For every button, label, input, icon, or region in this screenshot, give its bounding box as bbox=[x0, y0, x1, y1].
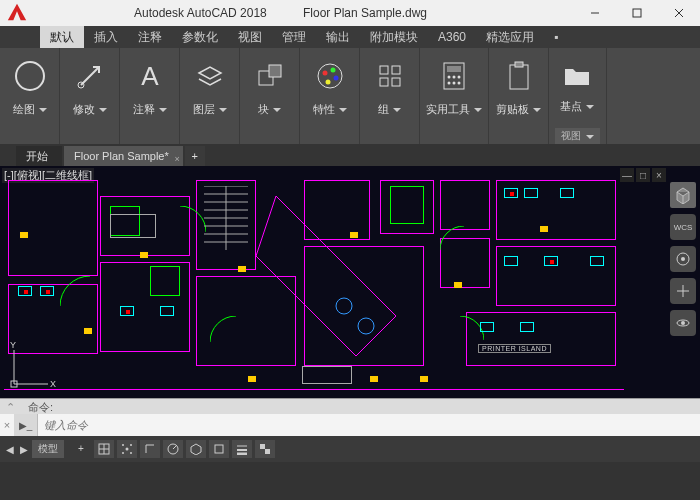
chevron-down-icon bbox=[159, 108, 167, 112]
command-input[interactable] bbox=[38, 419, 700, 431]
pan-icon[interactable] bbox=[670, 278, 696, 304]
tab-start[interactable]: 开始 bbox=[16, 146, 62, 166]
svg-rect-16 bbox=[380, 78, 388, 86]
svg-rect-8 bbox=[269, 65, 281, 77]
svg-rect-26 bbox=[510, 65, 528, 89]
chevron-down-icon bbox=[339, 108, 347, 112]
menu-manage[interactable]: 管理 bbox=[272, 26, 316, 48]
svg-rect-58 bbox=[215, 445, 223, 453]
svg-point-11 bbox=[330, 68, 335, 73]
osnap-icon[interactable] bbox=[209, 440, 229, 458]
svg-point-9 bbox=[318, 64, 342, 88]
menu-view[interactable]: 视图 bbox=[228, 26, 272, 48]
panel-utilities[interactable]: 实用工具 bbox=[420, 48, 489, 144]
chevron-down-icon bbox=[393, 108, 401, 112]
svg-rect-62 bbox=[260, 444, 265, 449]
tab-floorplan[interactable]: Floor Plan Sample*× bbox=[64, 146, 183, 166]
panel-clipboard[interactable]: 剪贴板 bbox=[489, 48, 549, 144]
svg-rect-14 bbox=[380, 66, 388, 74]
chevron-down-icon bbox=[273, 108, 281, 112]
palette-icon bbox=[312, 56, 348, 96]
drawing-viewport[interactable]: [-][俯视][二维线框] — □ × WCS bbox=[0, 166, 700, 398]
menu-a360[interactable]: A360 bbox=[428, 26, 476, 48]
maximize-button[interactable] bbox=[616, 0, 658, 26]
svg-point-25 bbox=[458, 82, 461, 85]
layout-tab-plus[interactable]: + bbox=[72, 440, 90, 458]
file-tabs: 开始 Floor Plan Sample*× + bbox=[0, 144, 700, 166]
status-bar: ◀ ▶ 模型 + bbox=[0, 436, 700, 462]
panel-base-label: 基点 bbox=[560, 99, 582, 114]
svg-point-52 bbox=[122, 444, 124, 446]
panel-properties[interactable]: 特性 bbox=[300, 48, 360, 144]
snap-icon[interactable] bbox=[117, 440, 137, 458]
svg-point-13 bbox=[325, 80, 330, 85]
menu-insert[interactable]: 插入 bbox=[84, 26, 128, 48]
lineweight-icon[interactable] bbox=[232, 440, 252, 458]
command-prompt-icon[interactable]: ▶_ bbox=[14, 414, 38, 436]
svg-point-23 bbox=[448, 82, 451, 85]
sb-arrow-left-icon[interactable]: ◀ bbox=[6, 444, 14, 455]
menu-output[interactable]: 输出 bbox=[316, 26, 360, 48]
menu-featured[interactable]: 精选应用 bbox=[476, 26, 544, 48]
panel-modify[interactable]: 修改 bbox=[60, 48, 120, 144]
text-icon: A bbox=[132, 56, 168, 96]
polar-icon[interactable] bbox=[163, 440, 183, 458]
isoplane-icon[interactable] bbox=[186, 440, 206, 458]
chevron-up-icon[interactable]: ⌃ bbox=[6, 399, 15, 415]
app-logo[interactable] bbox=[0, 0, 34, 26]
tab-add[interactable]: + bbox=[185, 146, 205, 166]
svg-point-31 bbox=[681, 321, 685, 325]
svg-rect-63 bbox=[265, 449, 270, 454]
close-icon[interactable]: × bbox=[0, 419, 14, 431]
viewcube[interactable] bbox=[670, 182, 696, 208]
ribbon: 绘图 修改 A 注释 图层 块 特性 组 实用工具 剪贴板 基点 视图 bbox=[0, 48, 700, 144]
svg-rect-19 bbox=[447, 66, 461, 72]
panel-modify-label: 修改 bbox=[73, 102, 95, 117]
svg-point-32 bbox=[336, 298, 352, 314]
svg-rect-17 bbox=[392, 78, 400, 86]
svg-rect-15 bbox=[392, 66, 400, 74]
menu-default[interactable]: 默认 bbox=[40, 26, 84, 48]
chevron-down-icon bbox=[533, 108, 541, 112]
svg-point-24 bbox=[453, 82, 456, 85]
wcs-label[interactable]: WCS bbox=[670, 214, 696, 240]
block-icon bbox=[252, 56, 288, 96]
svg-line-57 bbox=[173, 445, 177, 449]
svg-text:A: A bbox=[141, 61, 159, 91]
chevron-down-icon bbox=[39, 108, 47, 112]
printer-island-label: PRINTER ISLAND bbox=[478, 344, 551, 353]
menu-parametric[interactable]: 参数化 bbox=[172, 26, 228, 48]
grid-icon[interactable] bbox=[94, 440, 114, 458]
panel-block-label: 块 bbox=[258, 102, 269, 117]
panel-properties-label: 特性 bbox=[313, 102, 335, 117]
menu-annotate[interactable]: 注释 bbox=[128, 26, 172, 48]
close-button[interactable] bbox=[658, 0, 700, 26]
minimize-button[interactable] bbox=[574, 0, 616, 26]
panel-block[interactable]: 块 bbox=[240, 48, 300, 144]
panel-sub-view[interactable]: 视图 bbox=[561, 130, 581, 141]
ortho-icon[interactable] bbox=[140, 440, 160, 458]
sb-arrow-right-icon[interactable]: ▶ bbox=[20, 444, 28, 455]
panel-draw[interactable]: 绘图 bbox=[0, 48, 60, 144]
folder-icon bbox=[559, 56, 595, 93]
panel-annotate[interactable]: A 注释 bbox=[120, 48, 180, 144]
circle-icon bbox=[12, 56, 48, 96]
command-line: × ▶_ bbox=[0, 414, 700, 436]
layout-tab-model[interactable]: 模型 bbox=[32, 440, 64, 458]
panel-layer[interactable]: 图层 bbox=[180, 48, 240, 144]
modify-icon bbox=[72, 56, 108, 96]
menu-addins[interactable]: 附加模块 bbox=[360, 26, 428, 48]
panel-group[interactable]: 组 bbox=[360, 48, 420, 144]
command-history-text: 命令: bbox=[28, 401, 53, 413]
chevron-down-icon bbox=[219, 108, 227, 112]
panel-base[interactable]: 基点 视图 bbox=[549, 48, 607, 144]
svg-point-51 bbox=[125, 448, 128, 451]
menu-overflow[interactable]: ▪ bbox=[544, 26, 568, 48]
svg-point-4 bbox=[16, 62, 44, 90]
vp-close[interactable]: × bbox=[652, 168, 666, 182]
transparency-icon[interactable] bbox=[255, 440, 275, 458]
orbit-icon[interactable] bbox=[670, 310, 696, 336]
vp-restore[interactable]: □ bbox=[636, 168, 650, 182]
svg-point-54 bbox=[122, 452, 124, 454]
nav-wheel-icon[interactable] bbox=[670, 246, 696, 272]
